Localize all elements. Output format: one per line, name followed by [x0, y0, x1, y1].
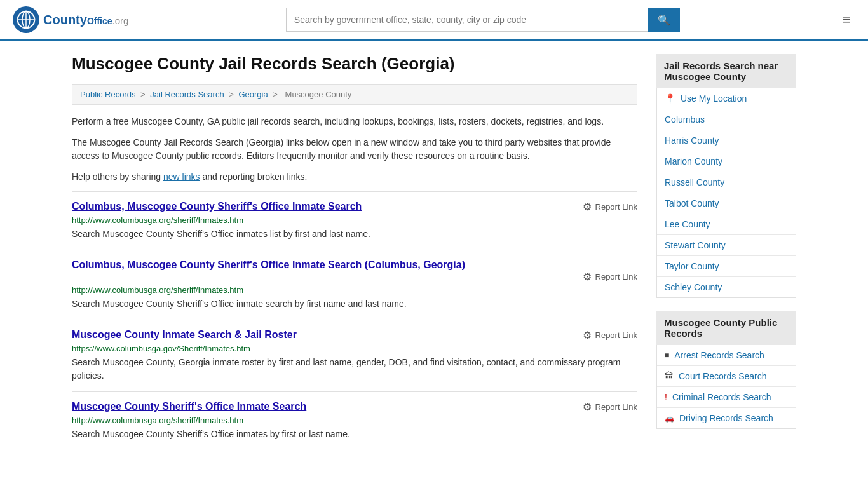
result-desc-1: Search Muscogee County Sheriff's Office …	[72, 227, 637, 241]
report-link-1[interactable]: ⚙ Report Link	[583, 201, 637, 213]
taylor-county-link[interactable]: Taylor County	[665, 261, 719, 271]
report-link-2[interactable]: ⚙ Report Link	[583, 271, 637, 283]
sidebar-nearby-header: Jail Records Search near Muscogee County	[656, 54, 796, 88]
breadcrumb-jail-records[interactable]: Jail Records Search	[150, 90, 224, 99]
result-url-2: http://www.columbusga.org/sheriff/Inmate…	[72, 285, 637, 295]
result-item: Columbus, Muscogee County Sheriff's Offi…	[72, 250, 637, 320]
use-my-location-link[interactable]: Use My Location	[681, 93, 747, 104]
sidebar-nearby-section: Jail Records Search near Muscogee County…	[656, 54, 796, 298]
result-item-4: Muscogee County Sheriff's Office Inmate …	[72, 391, 637, 450]
desc-para-3: Help others by sharing new links and rep…	[72, 170, 637, 184]
header: CountyOffice.org 🔍 ≡	[0, 0, 868, 41]
results-list: Columbus, Muscogee County Sheriff's Offi…	[72, 191, 637, 450]
result-item: Columbus, Muscogee County Sheriff's Offi…	[72, 191, 637, 250]
result-desc-3: Search Muscogee County, Georgia inmate r…	[72, 356, 637, 383]
sidebar-item-stewart[interactable]: Stewart County	[657, 235, 796, 256]
sidebar-item-court[interactable]: 🏛 Court Records Search	[657, 366, 796, 387]
court-records-link[interactable]: Court Records Search	[679, 371, 767, 381]
result-desc-2: Search Muscogee County Sheriff's Office …	[72, 297, 637, 311]
sidebar-item-columbus[interactable]: Columbus	[657, 109, 796, 130]
sidebar-item-taylor[interactable]: Taylor County	[657, 256, 796, 277]
columbus-link[interactable]: Columbus	[665, 114, 705, 125]
court-icon: 🏛	[665, 371, 674, 381]
marion-county-link[interactable]: Marion County	[665, 156, 722, 166]
result-header-4: Muscogee County Sheriff's Office Inmate …	[72, 401, 637, 413]
driving-records-link[interactable]: Driving Records Search	[679, 413, 773, 423]
report-link-3[interactable]: ⚙ Report Link	[583, 329, 637, 341]
breadcrumb: Public Records > Jail Records Search > G…	[72, 84, 637, 105]
result-link-4[interactable]: Muscogee County Sheriff's Office Inmate …	[72, 401, 306, 412]
report-icon-2: ⚙	[583, 271, 592, 283]
main-content: Muscogee County Jail Records Search (Geo…	[72, 54, 637, 450]
search-button[interactable]: 🔍	[648, 8, 680, 32]
sidebar-public-records-header: Muscogee County Public Records	[656, 311, 796, 345]
result-header: Columbus, Muscogee County Sheriff's Offi…	[72, 201, 637, 213]
sidebar-item-arrest[interactable]: ■ Arrest Records Search	[657, 345, 796, 366]
criminal-records-link[interactable]: Criminal Records Search	[672, 392, 771, 402]
driving-icon: 🚗	[665, 414, 674, 423]
sidebar-item-russell[interactable]: Russell County	[657, 172, 796, 193]
page-title: Muscogee County Jail Records Search (Geo…	[72, 54, 637, 74]
report-label-3: Report Link	[595, 330, 637, 340]
logo-icon	[13, 6, 39, 33]
report-label-2: Report Link	[595, 272, 637, 281]
report-link-4[interactable]: ⚙ Report Link	[583, 401, 637, 413]
logo-text[interactable]: CountyOffice.org	[43, 13, 128, 27]
talbot-county-link[interactable]: Talbot County	[665, 198, 719, 208]
sidebar-item-driving[interactable]: 🚗 Driving Records Search	[657, 408, 796, 428]
lee-county-link[interactable]: Lee County	[665, 219, 710, 229]
sidebar-item-talbot[interactable]: Talbot County	[657, 193, 796, 214]
breadcrumb-current: Muscogee County	[285, 90, 352, 99]
menu-button[interactable]: ≡	[837, 9, 855, 30]
breadcrumb-sep2: >	[229, 90, 236, 99]
desc-para-2: The Muscogee County Jail Records Search …	[72, 136, 637, 163]
result-title-3: Muscogee County Inmate Search & Jail Ros…	[72, 329, 297, 341]
report-icon-3: ⚙	[583, 329, 592, 341]
report-icon-4: ⚙	[583, 401, 592, 413]
sidebar-item-marion[interactable]: Marion County	[657, 151, 796, 172]
sidebar-item-schley[interactable]: Schley County	[657, 277, 796, 297]
result-link-1[interactable]: Columbus, Muscogee County Sheriff's Offi…	[72, 201, 362, 212]
logo-office: Office	[87, 16, 112, 26]
result-url-4: http://www.columbusga.org/sheriff/Inmate…	[72, 416, 637, 425]
schley-county-link[interactable]: Schley County	[665, 282, 722, 292]
criminal-icon: !	[665, 392, 667, 402]
result-item-3: Muscogee County Inmate Search & Jail Ros…	[72, 320, 637, 391]
harris-county-link[interactable]: Harris County	[665, 135, 719, 146]
breadcrumb-georgia[interactable]: Georgia	[238, 90, 268, 99]
report-label-4: Report Link	[595, 402, 637, 412]
breadcrumb-sep3: >	[273, 90, 280, 99]
logo-area: CountyOffice.org	[13, 6, 128, 33]
result-header-3: Muscogee County Inmate Search & Jail Ros…	[72, 329, 637, 341]
report-icon-1: ⚙	[583, 201, 592, 213]
russell-county-link[interactable]: Russell County	[665, 177, 724, 187]
result-title-1: Columbus, Muscogee County Sheriff's Offi…	[72, 201, 362, 212]
sidebar-item-criminal[interactable]: ! Criminal Records Search	[657, 387, 796, 408]
sidebar-item-lee[interactable]: Lee County	[657, 214, 796, 235]
sidebar-nearby-list: 📍 Use My Location Columbus Harris County…	[656, 88, 796, 298]
sidebar-item-harris[interactable]: Harris County	[657, 130, 796, 151]
arrest-records-link[interactable]: Arrest Records Search	[674, 350, 764, 360]
result-header-2: Columbus, Muscogee County Sheriff's Offi…	[72, 259, 637, 271]
result-url-3: https://www.columbusga.gov/Sheriff/Inmat…	[72, 344, 637, 353]
stewart-county-link[interactable]: Stewart County	[665, 240, 726, 250]
sidebar-public-records-list: ■ Arrest Records Search 🏛 Court Records …	[656, 345, 796, 429]
result-link-2[interactable]: Columbus, Muscogee County Sheriff's Offi…	[72, 259, 465, 270]
sidebar-item-location[interactable]: 📍 Use My Location	[657, 88, 796, 109]
location-icon: 📍	[665, 93, 675, 104]
result-desc-4: Search Muscogee County Sheriff's Office …	[72, 428, 637, 441]
search-area: 🔍	[286, 8, 680, 32]
arrest-icon: ■	[665, 351, 669, 360]
search-input[interactable]	[286, 8, 648, 32]
result-url-1: http://www.columbusga.org/sheriff/Inmate…	[72, 215, 637, 225]
result-title-4: Muscogee County Sheriff's Office Inmate …	[72, 401, 306, 412]
result-link-3[interactable]: Muscogee County Inmate Search & Jail Ros…	[72, 329, 297, 340]
breadcrumb-public-records[interactable]: Public Records	[80, 90, 135, 99]
content-wrapper: Muscogee County Jail Records Search (Geo…	[59, 41, 809, 463]
result-title-2: Columbus, Muscogee County Sheriff's Offi…	[72, 259, 465, 271]
sidebar: Jail Records Search near Muscogee County…	[656, 54, 796, 450]
report-label-1: Report Link	[595, 202, 637, 212]
desc-para-1: Perform a free Muscogee County, GA publi…	[72, 115, 637, 128]
logo-suffix: .org	[112, 15, 129, 26]
new-links-link[interactable]: new links	[163, 172, 200, 182]
